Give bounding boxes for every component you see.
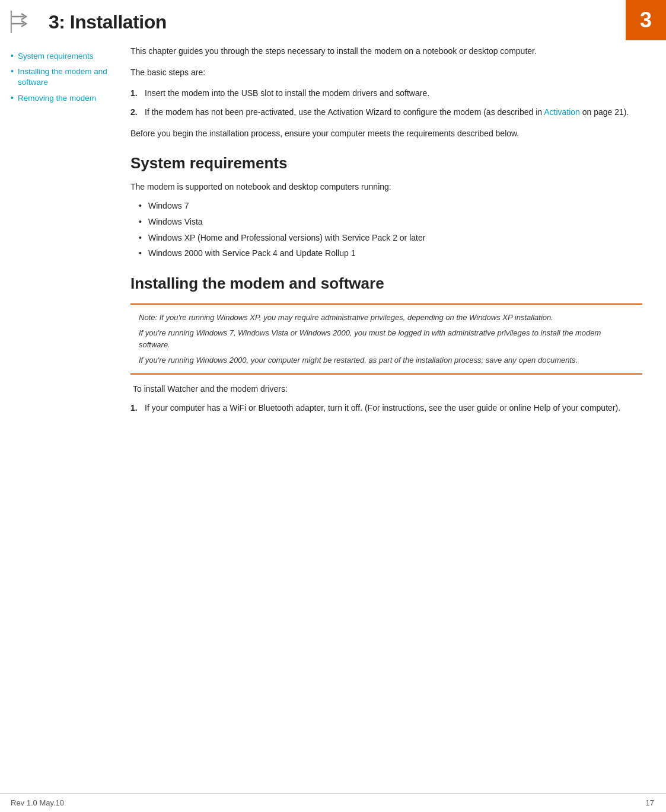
os-item-3: Windows 2000 with Service Pack 4 and Upd…: [139, 247, 642, 260]
step-text-1: Insert the modem into the USB slot to in…: [145, 87, 642, 100]
basic-step-1: 1. Insert the modem into the USB slot to…: [130, 87, 642, 100]
sidebar-link-system-requirements[interactable]: System requirements: [18, 52, 94, 60]
note-line-3: If you're running Windows 2000, your com…: [139, 354, 634, 366]
system-requirements-intro: The modem is supported on notebook and d…: [130, 181, 642, 194]
main-content: This chapter guides you through the step…: [119, 45, 666, 423]
basic-steps-list: 1. Insert the modem into the USB slot to…: [130, 87, 642, 119]
basic-step-2: 2. If the modem has not been pre-activat…: [130, 106, 642, 119]
arrows-right-icon: [11, 11, 43, 33]
note-line-2: If you're running Windows 7, Windows Vis…: [139, 327, 634, 351]
install-intro-text: To install Watcher and the modem drivers…: [130, 383, 642, 396]
activation-link[interactable]: Activation: [544, 107, 580, 117]
sidebar-link-removing[interactable]: Removing the modem: [18, 94, 96, 103]
chapter-icon: [11, 11, 43, 33]
sidebar-item-system-requirements[interactable]: System requirements: [11, 51, 113, 62]
intro-paragraph-2: The basic steps are:: [130, 66, 642, 79]
note-line-1: Note: If you're running Windows XP, you …: [139, 312, 634, 324]
sidebar-nav-list: System requirements Installing the modem…: [11, 51, 113, 104]
install-step-text-1: If your computer has a WiFi or Bluetooth…: [145, 402, 642, 415]
installing-heading: Installing the modem and software: [130, 274, 642, 293]
page-body: System requirements Installing the modem…: [0, 39, 666, 423]
os-item-0: Windows 7: [139, 200, 642, 213]
step-text-2: If the modem has not been pre-activated,…: [145, 106, 642, 119]
intro-paragraph-1: This chapter guides you through the step…: [130, 45, 642, 58]
step-number-1: 1.: [130, 87, 145, 100]
sidebar: System requirements Installing the modem…: [0, 45, 119, 423]
install-steps-list: 1. If your computer has a WiFi or Blueto…: [130, 402, 642, 415]
os-item-2: Windows XP (Home and Professional versio…: [139, 232, 642, 245]
footer-page-number: 17: [646, 798, 654, 807]
step-number-2: 2.: [130, 106, 145, 119]
page-title: 3: Installation: [49, 11, 167, 33]
sidebar-link-installing[interactable]: Installing the modem and software: [18, 67, 107, 87]
page-header: 3: Installation 3: [0, 0, 666, 39]
before-begin-text: Before you begin the installation proces…: [130, 127, 642, 140]
chapter-number-badge: 3: [626, 0, 666, 40]
sidebar-item-removing[interactable]: Removing the modem: [11, 93, 113, 104]
system-requirements-heading: System requirements: [130, 154, 642, 172]
page-footer: Rev 1.0 May.10 17: [0, 793, 666, 812]
sidebar-item-installing[interactable]: Installing the modem and software: [11, 66, 113, 88]
install-step-number-1: 1.: [130, 402, 145, 415]
os-item-1: Windows Vista: [139, 216, 642, 229]
note-box: Note: If you're running Windows XP, you …: [130, 303, 642, 375]
install-step-1: 1. If your computer has a WiFi or Blueto…: [130, 402, 642, 415]
footer-revision: Rev 1.0 May.10: [11, 798, 64, 807]
os-list: Windows 7 Windows Vista Windows XP (Home…: [139, 200, 642, 260]
